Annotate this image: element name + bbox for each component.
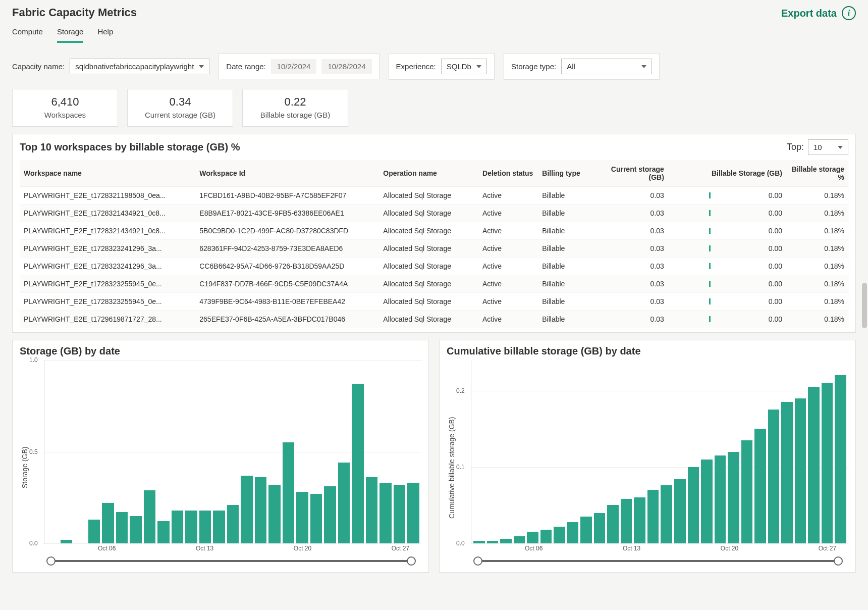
- date-end-input[interactable]: 10/28/2024: [321, 59, 371, 74]
- cell-workspace-name: PLAYWRIGHT_E2E_t1728323241296_3a...: [20, 240, 195, 258]
- chart-bar[interactable]: [144, 490, 156, 543]
- column-header[interactable]: Deletion status: [478, 160, 538, 187]
- chart-bar[interactable]: [674, 479, 686, 543]
- chart-bar[interactable]: [754, 429, 766, 543]
- table-row[interactable]: PLAYWRIGHT_E2E_t1728321434921_0c8... E8B…: [20, 205, 848, 222]
- chart-bar[interactable]: [130, 516, 142, 543]
- capacity-name-dropdown[interactable]: sqldbnativefabriccapacityplaywright: [70, 59, 209, 74]
- table-row[interactable]: PLAYWRIGHT_E2E_t1728321434921_0c8... 5B0…: [20, 222, 848, 240]
- tab-storage[interactable]: Storage: [57, 24, 84, 43]
- chart-bar[interactable]: [781, 402, 793, 543]
- chart-bar[interactable]: [835, 375, 846, 543]
- slider-thumb-end[interactable]: [834, 556, 843, 566]
- chart-bar[interactable]: [394, 485, 406, 543]
- chart-bar[interactable]: [514, 536, 525, 543]
- slider-thumb-start[interactable]: [473, 556, 482, 566]
- chart-bar[interactable]: [473, 541, 485, 543]
- date-start-input[interactable]: 10/2/2024: [271, 59, 317, 74]
- chart-bar[interactable]: [688, 467, 699, 543]
- y-tick: 1.0: [29, 357, 38, 364]
- table-row[interactable]: PLAYWRIGHT_E2E_t1729619871727_28... 265E…: [20, 311, 848, 328]
- chart-bar[interactable]: [88, 520, 100, 543]
- slider-thumb-end[interactable]: [407, 556, 416, 566]
- info-icon[interactable]: i: [842, 6, 856, 20]
- chart-bar[interactable]: [594, 513, 606, 544]
- chart-bar[interactable]: [172, 511, 184, 543]
- chart-bar[interactable]: [661, 485, 672, 543]
- cell-billable-pct: 0.18%: [786, 187, 848, 205]
- cell-operation: Allocated Sql Storage: [379, 222, 478, 240]
- column-header[interactable]: Billable storage %: [786, 160, 848, 187]
- chart-bar[interactable]: [255, 477, 267, 543]
- table-row[interactable]: PLAYWRIGHT_E2E_t1728323255945_0e... 4739…: [20, 293, 848, 311]
- chart-bar[interactable]: [379, 483, 392, 543]
- top-n-dropdown[interactable]: 10: [808, 139, 848, 155]
- chart-bar[interactable]: [283, 442, 295, 543]
- y-tick: 0.0: [456, 540, 465, 547]
- capacity-name-label: Capacity name:: [12, 62, 65, 71]
- chart-bar[interactable]: [310, 494, 322, 543]
- chart-bar[interactable]: [554, 527, 565, 543]
- y-axis-label: Cumulative billable storage (GB): [447, 360, 456, 562]
- y-tick: 0.1: [456, 464, 465, 471]
- chart-bar[interactable]: [741, 440, 753, 543]
- column-header[interactable]: Operation name: [379, 160, 478, 187]
- table-row[interactable]: PLAYWRIGHT_E2E_t1728321198508_0ea... 1FC…: [20, 187, 848, 205]
- column-header[interactable]: Workspace Id: [195, 160, 379, 187]
- chart-bar[interactable]: [647, 490, 659, 543]
- cell-current-storage: 0.03: [597, 258, 668, 275]
- experience-dropdown[interactable]: SQLDb: [441, 59, 487, 74]
- column-header[interactable]: Billing type: [538, 160, 597, 187]
- chart-bar[interactable]: [324, 486, 336, 543]
- tab-compute[interactable]: Compute: [12, 24, 43, 43]
- chart-bar[interactable]: [621, 499, 632, 543]
- table-row[interactable]: PLAYWRIGHT_E2E_t1728323255945_0e... C194…: [20, 275, 848, 293]
- chart-bar[interactable]: [157, 521, 170, 543]
- chart-bar[interactable]: [768, 410, 780, 543]
- chart-bar[interactable]: [527, 532, 538, 543]
- kpi-card: 0.22 Billable storage (GB): [242, 89, 348, 127]
- storage-type-dropdown[interactable]: All: [561, 59, 652, 74]
- chart-bar[interactable]: [567, 522, 579, 543]
- table-row[interactable]: PLAYWRIGHT_E2E_t1728323241296_3a... CC6B…: [20, 258, 848, 275]
- slider-thumb-start[interactable]: [46, 556, 56, 566]
- chart-bar[interactable]: [822, 383, 833, 543]
- chart-bar[interactable]: [540, 530, 552, 543]
- chart-bar[interactable]: [728, 452, 739, 544]
- chart-bar[interactable]: [241, 476, 253, 543]
- chart-bar[interactable]: [296, 492, 308, 543]
- chart-bar[interactable]: [352, 384, 364, 543]
- column-header[interactable]: Current storage (GB): [597, 160, 668, 187]
- chart-bar[interactable]: [701, 460, 713, 543]
- chart-bar[interactable]: [199, 511, 211, 543]
- chart-bar[interactable]: [116, 512, 128, 543]
- chart-bar[interactable]: [715, 455, 726, 543]
- chart-bar[interactable]: [487, 541, 499, 543]
- chart-bar[interactable]: [338, 463, 350, 543]
- scrollbar[interactable]: [862, 283, 867, 328]
- export-data-link[interactable]: Export data: [781, 8, 837, 19]
- chart-bar[interactable]: [213, 511, 225, 543]
- column-header[interactable]: Billable Storage (GB): [668, 160, 786, 187]
- tab-help[interactable]: Help: [97, 24, 113, 43]
- chart-bar[interactable]: [580, 517, 592, 543]
- cell-operation: Allocated Sql Storage: [379, 275, 478, 293]
- chart-bar[interactable]: [102, 503, 114, 543]
- chart-bar[interactable]: [500, 539, 512, 543]
- chart-bar[interactable]: [795, 398, 806, 543]
- chart-bar[interactable]: [366, 477, 378, 543]
- chart-bar[interactable]: [634, 497, 645, 543]
- chart-bar[interactable]: [268, 485, 281, 543]
- chart-bar[interactable]: [407, 483, 419, 543]
- column-header[interactable]: Workspace name: [20, 160, 195, 187]
- chart-bar[interactable]: [61, 540, 73, 543]
- chart-bar[interactable]: [607, 505, 619, 543]
- date-range-slider[interactable]: [51, 560, 411, 562]
- chart-bar[interactable]: [185, 511, 197, 543]
- cell-workspace-id: E8B9AE17-8021-43CE-9FB5-63386EE06AE1: [195, 205, 379, 222]
- chart-bar[interactable]: [227, 505, 239, 543]
- x-tick: Oct 06: [525, 545, 542, 552]
- table-row[interactable]: PLAYWRIGHT_E2E_t1728323241296_3a... 6283…: [20, 240, 848, 258]
- date-range-slider[interactable]: [478, 560, 838, 562]
- chart-bar[interactable]: [808, 387, 820, 543]
